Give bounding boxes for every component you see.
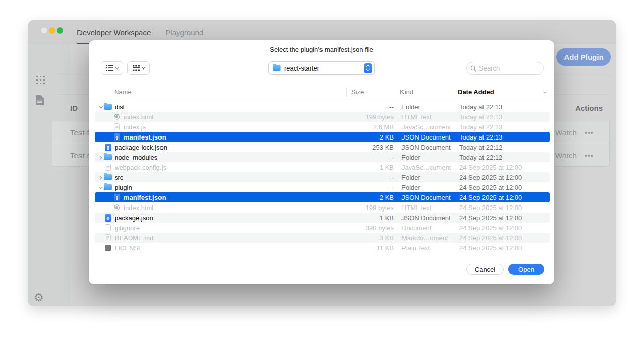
date-added-column-header[interactable]: Date Added (458, 86, 494, 98)
file-date: 24 Sep 2025 at 12:00 (459, 164, 550, 171)
chevron-down-icon (141, 65, 145, 69)
json-icon (113, 133, 121, 141)
file-row[interactable]: manifest.json2 KBJSON Document24 Sep 202… (95, 192, 550, 202)
file-row[interactable]: LICENSE11 KBPlain Text24 Sep 2025 at 12:… (95, 243, 550, 253)
file-date: 24 Sep 2025 at 12:00 (459, 184, 550, 191)
file-date: Today at 22:13 (459, 103, 550, 111)
file-row[interactable]: gitignore390 bytesDocument24 Sep 2025 at… (95, 223, 550, 233)
list-view-button[interactable] (101, 61, 123, 75)
json-icon (113, 193, 121, 201)
doc-icon (104, 224, 112, 232)
dialog-footer: Cancel Open (466, 264, 544, 275)
file-kind: Folder (401, 103, 459, 111)
folder-icon (273, 65, 280, 71)
file-size: 3 KB (344, 234, 394, 242)
disclosure-chevron-icon[interactable] (97, 102, 104, 112)
search-input[interactable] (479, 64, 534, 72)
file-date: Today at 22:13 (459, 113, 550, 121)
group-view-button[interactable] (127, 61, 150, 75)
file-name: package.json (115, 214, 153, 222)
zoom-button[interactable] (57, 27, 63, 34)
close-button[interactable] (41, 27, 47, 34)
file-name: manifest.json (124, 194, 166, 201)
chevron-spacer (97, 142, 104, 152)
file-date: 24 Sep 2025 at 12:00 (459, 194, 550, 201)
document-icon[interactable] (36, 95, 44, 105)
kind-column-header[interactable]: Kind (400, 86, 413, 98)
watch-link[interactable]: Watch (555, 144, 577, 167)
file-size: -- (344, 174, 394, 181)
location-dropdown[interactable]: react-starter (268, 61, 375, 75)
folder-icon (104, 183, 112, 191)
file-name: index.js (124, 123, 146, 131)
file-name: README.md (115, 234, 153, 242)
file-kind: JSON Document (401, 144, 459, 151)
file-row[interactable]: README.md3 KBMarkdo…ument24 Sep 2025 at … (95, 233, 550, 243)
minimize-button[interactable] (49, 27, 55, 34)
more-actions-button[interactable]: ••• (585, 144, 594, 167)
file-date: 24 Sep 2025 at 12:00 (459, 174, 550, 181)
chevron-spacer (97, 223, 104, 233)
column-divider (454, 87, 454, 97)
file-size: 253 KB (344, 144, 394, 151)
file-kind: Folder (401, 154, 459, 161)
file-kind: HTML text (401, 204, 459, 212)
size-column-header[interactable]: Size (351, 86, 364, 98)
column-divider (396, 87, 396, 97)
chevron-spacer (97, 243, 104, 253)
file-size: 11 KB (344, 244, 394, 252)
file-date: 24 Sep 2025 at 12:00 (459, 244, 550, 252)
name-column-header[interactable]: Name (114, 86, 132, 98)
chevron-spacer (97, 132, 104, 142)
file-row[interactable]: index.html199 bytesHTML textToday at 22:… (95, 112, 550, 122)
file-row[interactable]: index.html199 bytesHTML text24 Sep 2025 … (95, 202, 550, 213)
file-size: 2 KB (344, 133, 394, 141)
license-icon (104, 244, 112, 252)
chevron-down-icon (115, 65, 119, 69)
chevron-spacer (97, 202, 104, 213)
sidebar: ⚙ ? (28, 44, 70, 306)
file-kind: JSON Document (401, 133, 459, 141)
file-name: package-lock.json (115, 144, 167, 151)
gear-icon[interactable]: ⚙ (34, 292, 44, 303)
dialog-title: Select the plugin's manifest.json file (89, 46, 554, 53)
more-actions-button[interactable]: ••• (585, 121, 594, 144)
disclosure-chevron-icon[interactable] (97, 182, 104, 192)
file-date: 24 Sep 2025 at 12:00 (459, 204, 550, 212)
cancel-button[interactable]: Cancel (466, 264, 504, 275)
file-name: gitignore (115, 224, 140, 232)
search-field[interactable] (466, 62, 544, 75)
file-row[interactable]: package-lock.json253 KBJSON DocumentToda… (95, 142, 550, 152)
file-row[interactable]: webpack.config.js1 KBJavaSc…cument24 Sep… (95, 162, 550, 172)
file-date: 24 Sep 2025 at 12:00 (459, 214, 550, 222)
chevron-spacer (97, 233, 104, 243)
file-name: src (115, 174, 123, 181)
file-row[interactable]: src--Folder24 Sep 2025 at 12:00 (95, 172, 550, 182)
file-name: index.html (124, 113, 153, 121)
file-name: plugin (115, 184, 132, 191)
file-date: Today at 22:13 (459, 123, 550, 131)
file-size: -- (344, 154, 394, 161)
file-date: Today at 22:12 (459, 144, 550, 151)
open-button[interactable]: Open (508, 264, 544, 275)
add-plugin-button[interactable]: Add Plugin (556, 48, 611, 66)
disclosure-chevron-icon[interactable] (97, 152, 104, 162)
json-icon (104, 214, 112, 222)
file-row[interactable]: index.js2,6 MBJavaSc…cumentToday at 22:1… (95, 122, 550, 132)
watch-link[interactable]: Watch (555, 121, 577, 144)
chevron-spacer (97, 162, 104, 172)
file-table-header: Name Size Kind Date Added (89, 86, 554, 98)
file-date: Today at 22:13 (459, 133, 550, 141)
file-row[interactable]: dist--FolderToday at 22:13 (95, 102, 550, 112)
chevron-spacer (97, 112, 104, 122)
file-size: 1 KB (344, 214, 394, 222)
file-row[interactable]: plugin--Folder24 Sep 2025 at 12:00 (95, 182, 550, 192)
js-icon (113, 123, 121, 131)
file-row[interactable]: manifest.json2 KBJSON DocumentToday at 2… (95, 132, 550, 142)
file-kind: JavaSc…cument (401, 123, 459, 131)
file-kind: Plain Text (401, 244, 459, 252)
disclosure-chevron-icon[interactable] (97, 172, 104, 182)
file-row[interactable]: node_modules--FolderToday at 22:12 (95, 152, 550, 162)
file-row[interactable]: package.json1 KBJSON Document24 Sep 2025… (95, 213, 550, 223)
grid-icon[interactable] (35, 74, 45, 84)
